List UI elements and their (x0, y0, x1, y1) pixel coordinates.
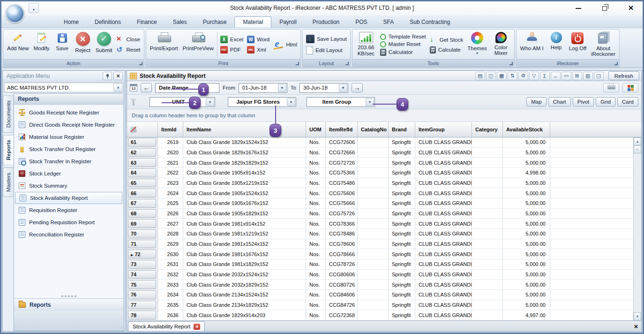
table-row[interactable]: 612619Club Class Grande 1829x1524x152Nos… (127, 137, 633, 148)
pin-button[interactable] (103, 72, 112, 80)
group-by-hint-bar[interactable]: Drag a column header here to group by th… (127, 109, 641, 122)
chevron-down-icon[interactable] (278, 84, 286, 92)
dialog-launcher-icon[interactable] (139, 62, 142, 65)
modify-button[interactable]: Modify (32, 30, 52, 59)
column-header-availablestock[interactable]: AvailableStock (503, 122, 550, 137)
dropdown-arrow-icon[interactable] (366, 98, 374, 106)
table-row[interactable]: 752633Club Class Grande 2032x1829x152Nos… (127, 280, 633, 290)
column-header-itemrefid[interactable]: ItemRefId (326, 122, 358, 137)
master-reset-button[interactable]: Master Reset (380, 41, 426, 47)
chevron-down-icon[interactable] (339, 84, 347, 92)
close-button[interactable] (626, 4, 636, 13)
refresh-button[interactable]: Refresh (608, 71, 639, 80)
sidebar-item-stock-availability-report[interactable]: Stock Availability Report (15, 192, 122, 204)
ribbon-tab-pos[interactable]: POS (347, 17, 375, 28)
dropdown-arrow-icon[interactable] (287, 98, 295, 106)
ribbon-tab-definitions[interactable]: Definitions (87, 17, 129, 28)
about-ireckoner-button[interactable]: About iReckoner (589, 30, 617, 59)
table-row[interactable]: 642622Club Class Grande 1905x914x152Nos.… (127, 168, 633, 178)
reports-section-button[interactable]: Reports (14, 298, 123, 311)
table-row[interactable]: 712629Club Class Grande 1981x1524x152Nos… (127, 239, 633, 250)
tab-close-button[interactable] (194, 324, 200, 330)
previous-period-button[interactable] (141, 83, 152, 92)
export-grid-button[interactable] (622, 83, 638, 92)
get-stock-button[interactable]: Get Stock (430, 36, 464, 44)
save-layout-button[interactable]: Save Layout (306, 35, 347, 43)
ribbon-tab-sfa[interactable]: SFA (375, 17, 402, 28)
table-row[interactable]: 762634Club Class Grande 2134x1524x152Nos… (127, 290, 633, 300)
card-view-button[interactable]: Card (617, 97, 638, 106)
sidebar-item-stock-transfer-out-register[interactable]: Stock Transfer Out Register (14, 143, 123, 155)
submit-button[interactable]: Submit (94, 30, 114, 59)
dropdown-arrow-icon[interactable] (206, 98, 214, 106)
ribbon-tab-home[interactable]: Home (56, 17, 87, 28)
ribbon-tab-sub-contracting[interactable]: Sub Contracting (402, 17, 458, 28)
sidebar-item-goods-receipt-note-register[interactable]: Goods Receipt Note Register (14, 106, 123, 119)
dialog-launcher-icon[interactable] (345, 62, 349, 65)
restore-button[interactable] (599, 4, 610, 13)
table-row[interactable]: 782636Club Class Grande 1829x914x203Nos.… (127, 310, 633, 320)
ribbon-tab-finance[interactable]: Finance (129, 17, 165, 28)
ribbon-tab-material[interactable]: Material (234, 16, 271, 28)
formula-button[interactable]: Σ (540, 72, 550, 80)
export-xml-button[interactable]: XMLXml (247, 46, 270, 53)
column-header-uom[interactable]: UOM (306, 122, 326, 137)
column-header-itemid[interactable]: ItemId (158, 122, 183, 137)
sidebar-vtab-documents[interactable]: Documents (3, 95, 14, 133)
settings-button[interactable]: ⚙ (518, 72, 528, 80)
column-header-brand[interactable]: Brand (389, 122, 415, 137)
column-width-button[interactable]: ↔ (551, 72, 561, 80)
clear-filter-icon[interactable] (130, 126, 137, 133)
reject-button[interactable]: Reject (73, 30, 93, 59)
print-preview-button[interactable]: PrintPreView (181, 30, 216, 59)
dialog-launcher-icon[interactable] (296, 62, 299, 65)
column-header-itemname[interactable]: ItemName (183, 122, 306, 137)
store-combo[interactable]: Jaipur FG Stores (228, 97, 296, 107)
column-header-category[interactable]: Category (472, 122, 503, 137)
sidebar-item-stock-ledger[interactable]: Stock Ledger (14, 167, 123, 180)
export-html-button[interactable]: Html (273, 39, 297, 50)
table-row[interactable]: 742632Club Class Grande 2032x1524x152Nos… (127, 270, 633, 280)
next-period-button[interactable] (352, 83, 363, 92)
table-row[interactable]: 662624Club Class Grande 1905x1524x152Nos… (127, 188, 633, 198)
sidebar-vtab-masters[interactable]: Masters (3, 167, 14, 197)
color-mixer-button[interactable]: Color Mixer (490, 30, 512, 59)
sidebar-item-reconciliation-register[interactable]: Reconciliation Register (14, 228, 123, 241)
document-tab[interactable]: Stock Availability Report (128, 321, 205, 331)
table-row[interactable]: 692627Club Class Grande 1981x914x152Nos.… (127, 219, 633, 229)
close-form-button[interactable]: Close (116, 36, 140, 43)
close-document-button[interactable] (632, 322, 640, 330)
sidebar-item-pending-requisition-report[interactable]: Pending Requisition Report (14, 216, 123, 228)
calculator-button[interactable]: Calculator (380, 49, 426, 56)
save-button[interactable]: Save (52, 30, 72, 59)
chart-view-button[interactable]: Chart (548, 97, 571, 106)
column-header-catalogno[interactable]: CatalogNo (358, 122, 389, 137)
best-fit-button[interactable]: ▭ (562, 72, 571, 80)
print-export-button[interactable]: Print/Export (148, 30, 180, 59)
table-row[interactable]: 672625Club Class Grande 1905x1676x152Nos… (127, 198, 633, 209)
themes-button[interactable]: Themes▾ (465, 30, 489, 59)
company-selector[interactable]: ABC MATRESS PVT LTD. (4, 83, 124, 92)
ribbon-tab-payroll[interactable]: Payroll (271, 17, 305, 28)
template-reset-button[interactable]: Template Reset (380, 34, 426, 40)
export-word-button[interactable]: WWord (247, 36, 270, 43)
add-column-button[interactable]: ⊞ (572, 72, 582, 80)
unit-combo[interactable]: UNIT (150, 97, 215, 107)
sidebar-item-stock-transfer-in-register[interactable]: Stock Transfer In Register (14, 155, 123, 167)
reset-button[interactable]: Reset (116, 46, 140, 53)
sidebar-splitter[interactable] (14, 294, 123, 298)
scroll-up-button[interactable]: ▲ (634, 137, 641, 145)
map-view-button[interactable]: Map (526, 97, 546, 106)
table-row[interactable]: 682626Club Class Grande 1905x1829x152Nos… (127, 209, 633, 219)
to-date-combo[interactable]: 30-Jun-18 (300, 83, 348, 93)
export-excel-button[interactable]: XExcel (220, 36, 243, 43)
item-group-combo[interactable]: Item Group (307, 97, 375, 107)
table-row[interactable]: 622620Club Class Grande 1829x1676x152Nos… (127, 148, 633, 158)
dialog-launcher-icon[interactable] (509, 62, 513, 65)
ribbon-tab-production[interactable]: Production (305, 17, 347, 28)
sidebar-close-button[interactable] (113, 72, 123, 80)
sidebar-item-direct-goods-receipt-note-register[interactable]: Direct Goods Receipt Note Register (14, 119, 123, 131)
table-row[interactable]: 772635Club Class Grande 2134x1829x152Nos… (127, 300, 633, 311)
ribbon-tab-purchase[interactable]: Purchase (195, 17, 235, 28)
minimize-button[interactable] (573, 4, 584, 13)
